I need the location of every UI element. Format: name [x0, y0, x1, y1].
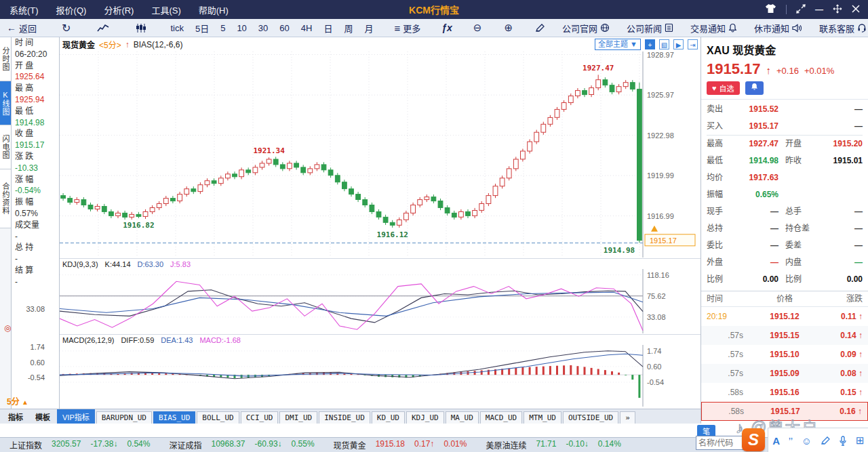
indicator-tab-MTM_UD[interactable]: MTM_UD	[524, 411, 561, 424]
index-quote-美原油连续[interactable]: 美原油连续71.71-0.10↓0.14%	[486, 439, 620, 451]
svg-text:1921.34: 1921.34	[253, 146, 285, 155]
crosshair-icon[interactable]: +	[645, 39, 655, 49]
move-icon[interactable]	[833, 4, 842, 16]
keyboard-grid-icon[interactable]: ⊞	[856, 434, 865, 447]
close-icon[interactable]	[852, 5, 860, 15]
indicator-tab-CCI_UD[interactable]: CCI_UD	[241, 411, 279, 424]
period-button-月[interactable]: 月	[364, 22, 373, 35]
punctuation-icon[interactable]: ’’	[789, 435, 793, 447]
instrument-name: XAU 现货黄金	[701, 37, 868, 58]
indicator-tab-BARUPDN_UD[interactable]: BARUPDN_UD	[96, 411, 152, 424]
indicator-tab-INSIDE_UD[interactable]: INSIDE_UD	[319, 411, 370, 424]
tick-col-header: 时间	[707, 291, 747, 306]
tick-row[interactable]: .57s1915.090.08 ↑	[701, 364, 868, 383]
index-quote-现货黄金[interactable]: 现货黄金1915.180.17↑0.01%	[334, 439, 467, 451]
voice-icon[interactable]	[839, 436, 847, 446]
kdj-left-axis-label: 33.08	[14, 305, 45, 313]
period-button-30[interactable]: 30	[258, 23, 268, 33]
period-button-5[interactable]: 5	[220, 23, 225, 33]
region-chart-icon[interactable]: ▧	[659, 39, 669, 49]
symbol-search-input[interactable]	[696, 436, 745, 450]
theme-select[interactable]: 全部主题▼	[595, 39, 641, 50]
indicator-tab-OUTSIDE_UD[interactable]: OUTSIDE_UD	[563, 411, 618, 424]
quote-label: 现手	[707, 203, 734, 220]
headset-link[interactable]: 联系客服	[819, 22, 867, 35]
handwriting-icon[interactable]	[821, 436, 831, 445]
indicator-tab-KDJ_UD[interactable]: KDJ_UD	[406, 411, 444, 424]
indicator-settings-icon[interactable]: ◎	[4, 323, 11, 333]
period-button-5日[interactable]: 5日	[195, 22, 209, 35]
menu-item-2[interactable]: 分析(R)	[104, 3, 134, 16]
theme-shirt-icon[interactable]	[765, 3, 776, 16]
period-button-4H[interactable]: 4H	[301, 23, 313, 33]
quote-buttons: ♥自选	[701, 78, 868, 100]
draw-pencil-icon[interactable]	[535, 24, 545, 33]
indicator-tab-VIP指标[interactable]: VIP指标	[57, 409, 95, 424]
side-tab-1[interactable]: K线图	[0, 81, 11, 125]
menu-item-4[interactable]: 帮助(H)	[199, 3, 229, 16]
text-icon[interactable]: A	[772, 435, 780, 447]
menu-item-0[interactable]: 系统(T)	[9, 3, 39, 16]
candlestick-icon[interactable]	[136, 24, 146, 33]
indicator-tab-指标[interactable]: 指标	[3, 409, 28, 424]
formula-button[interactable]: ƒx	[441, 22, 452, 33]
kdj-chart[interactable]: 118.1675.6233.08	[60, 269, 701, 333]
indicator-tab-»[interactable]: »	[620, 411, 635, 424]
side-tab-0[interactable]: 分时图	[0, 37, 11, 81]
more-button[interactable]: ≡更多	[394, 22, 420, 35]
bell-link[interactable]: 交易通知	[690, 22, 737, 35]
minimize-icon[interactable]: —	[815, 5, 823, 14]
indicator-tab-BIAS_UD[interactable]: BIAS_UD	[153, 411, 195, 424]
svg-text:75.62: 75.62	[647, 292, 666, 300]
export-icon[interactable]: ⇥	[688, 39, 698, 49]
speaker-link[interactable]: 休市通知	[754, 22, 802, 35]
side-tab-3[interactable]: 合约资料	[0, 169, 11, 228]
line-chart-icon[interactable]	[97, 24, 109, 33]
indicator-tab-DMI_UD[interactable]: DMI_UD	[279, 411, 317, 424]
period-button-tick[interactable]: tick	[170, 23, 184, 33]
quote-value: 1917.63	[734, 169, 785, 186]
indicator-tab-MA_UD[interactable]: MA_UD	[446, 411, 479, 424]
add-favorite-button[interactable]: ♥自选	[707, 81, 740, 95]
quote-value	[821, 186, 863, 203]
svg-text:1925.97: 1925.97	[647, 91, 674, 99]
info-row: 最 低1914.98	[12, 106, 59, 129]
menu-item-3[interactable]: 工具(S)	[151, 3, 180, 16]
period-button-60[interactable]: 60	[279, 23, 289, 33]
quote-value: 0.00	[734, 271, 785, 288]
quote-value: —	[734, 203, 785, 220]
sogou-ime-logo[interactable]: S	[742, 428, 765, 451]
menu-item-1[interactable]: 报价(Q)	[56, 3, 87, 16]
tick-row[interactable]: .57s1915.150.14 ↑	[701, 326, 868, 345]
period-button-10[interactable]: 10	[237, 23, 246, 33]
tick-row[interactable]: .57s1915.100.09 ↑	[701, 345, 868, 364]
main-candlestick-chart[interactable]: 1928.971925.971922.981919.991916.991916.…	[60, 52, 701, 258]
indicator-tab-MACD_UD[interactable]: MACD_UD	[480, 411, 522, 424]
indicator-tab-BOLL_UD[interactable]: BOLL_UD	[197, 411, 239, 424]
tick-row[interactable]: 20:191915.120.11 ↑	[701, 307, 868, 326]
emoji-icon[interactable]: ☺	[802, 435, 812, 447]
indicator-tab-KD_UD[interactable]: KD_UD	[372, 411, 405, 424]
index-quote-深证成指[interactable]: 深证成指10968.37-60.93↓0.55%	[169, 439, 314, 451]
indicator-tab-模板[interactable]: 模板	[30, 409, 56, 424]
back-button[interactable]: ←返回	[7, 22, 37, 35]
kdj-header: KDJ(9,3,3) K:44.14 D:63.30 J:5.83	[60, 258, 701, 269]
svg-text:-0.54: -0.54	[647, 378, 664, 386]
tick-row[interactable]: .58s1915.160.15 ↑	[701, 383, 868, 402]
play-chart-icon[interactable]: ▶	[673, 39, 684, 49]
index-quote-上证指数[interactable]: 上证指数3205.57-17.38↓0.54%	[9, 439, 150, 451]
tick-table-header: 时间价格涨跌	[701, 291, 868, 307]
globe-link[interactable]: 公司官网	[562, 22, 610, 35]
side-tab-2[interactable]: 闪电图	[0, 125, 11, 169]
chart-period: <5分>	[99, 39, 121, 50]
zoom-in-button[interactable]: ⊕	[504, 22, 513, 34]
zoom-out-button[interactable]: ⊖	[473, 22, 482, 34]
period-badge[interactable]: 5分 ▲	[7, 395, 28, 407]
macd-chart[interactable]: 1.740.60-0.54	[60, 345, 701, 407]
alert-bell-button[interactable]	[745, 81, 764, 95]
restore-icon[interactable]	[796, 4, 806, 16]
period-button-日[interactable]: 日	[323, 22, 332, 35]
period-button-周[interactable]: 周	[344, 22, 353, 35]
refresh-icon[interactable]: ↻	[62, 22, 71, 35]
news-link[interactable]: 公司新闻	[627, 22, 673, 35]
